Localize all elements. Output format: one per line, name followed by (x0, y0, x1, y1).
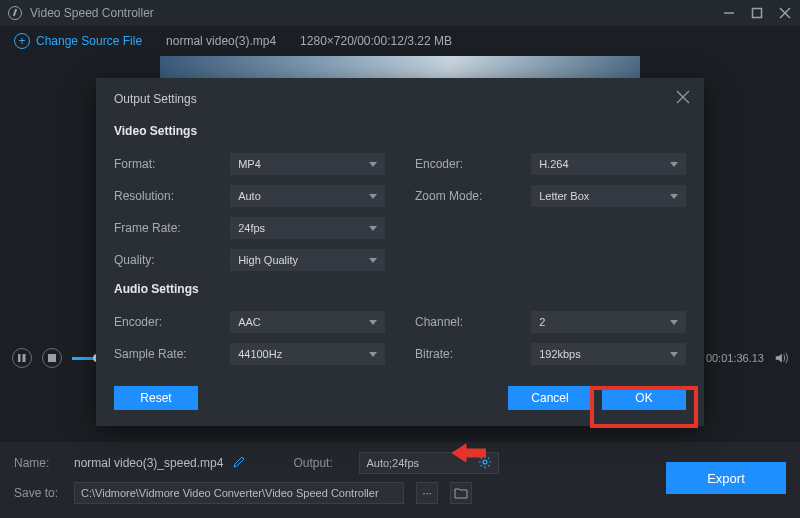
output-label: Output: (293, 456, 345, 470)
change-source-button[interactable]: + Change Source File (14, 33, 142, 49)
svg-rect-6 (48, 354, 56, 362)
maximize-button[interactable] (750, 6, 764, 20)
bitrate-select[interactable]: 192kbps (531, 343, 686, 365)
dialog-close-button[interactable] (676, 90, 690, 104)
app-logo-icon (8, 6, 22, 20)
playback-time: 00:01:36.13 (706, 352, 764, 364)
svg-rect-1 (753, 9, 762, 18)
audio-encoder-label: Encoder: (114, 315, 230, 329)
zoom-mode-select[interactable]: Letter Box (531, 185, 686, 207)
output-profile-value: Auto;24fps (366, 457, 478, 469)
reset-button[interactable]: Reset (114, 386, 198, 410)
output-name-value: normal video(3)_speed.mp4 (74, 456, 223, 470)
sample-rate-select[interactable]: 44100Hz (230, 343, 385, 365)
chevron-down-icon (670, 162, 678, 167)
channel-select[interactable]: 2 (531, 311, 686, 333)
play-pause-button[interactable] (12, 348, 32, 368)
export-button[interactable]: Export (666, 462, 786, 494)
audio-encoder-select[interactable]: AAC (230, 311, 385, 333)
source-file-info: 1280×720/00:00:12/3.22 MB (300, 34, 452, 48)
audio-settings-heading: Audio Settings (114, 282, 686, 296)
chevron-down-icon (369, 226, 377, 231)
video-encoder-label: Encoder: (415, 157, 531, 171)
chevron-down-icon (670, 352, 678, 357)
sample-rate-label: Sample Rate: (114, 347, 230, 361)
output-profile-field[interactable]: Auto;24fps (359, 452, 499, 474)
cancel-button[interactable]: Cancel (508, 386, 592, 410)
app-title: Video Speed Controller (30, 6, 722, 20)
format-label: Format: (114, 157, 230, 171)
saveto-label: Save to: (14, 486, 66, 500)
ok-button[interactable]: OK (602, 386, 686, 410)
chevron-down-icon (369, 194, 377, 199)
title-bar: Video Speed Controller (0, 0, 800, 26)
source-file-name: normal video(3).mp4 (166, 34, 276, 48)
resolution-select[interactable]: Auto (230, 185, 385, 207)
chevron-down-icon (670, 194, 678, 199)
chevron-down-icon (670, 320, 678, 325)
minimize-button[interactable] (722, 6, 736, 20)
bitrate-label: Bitrate: (415, 347, 531, 361)
saveto-value: C:\Vidmore\Vidmore Video Converter\Video… (81, 487, 397, 499)
change-source-label: Change Source File (36, 34, 142, 48)
browse-folder-button[interactable]: ··· (416, 482, 438, 504)
open-folder-button[interactable] (450, 482, 472, 504)
name-label: Name: (14, 456, 66, 470)
quality-label: Quality: (114, 253, 230, 267)
volume-icon[interactable] (774, 351, 788, 365)
saveto-field[interactable]: C:\Vidmore\Vidmore Video Converter\Video… (74, 482, 404, 504)
quality-select[interactable]: High Quality (230, 249, 385, 271)
frame-rate-select[interactable]: 24fps (230, 217, 385, 239)
source-bar: + Change Source File normal video(3).mp4… (0, 26, 800, 56)
frame-rate-label: Frame Rate: (114, 221, 230, 235)
close-window-button[interactable] (778, 6, 792, 20)
channel-label: Channel: (415, 315, 531, 329)
dialog-title: Output Settings (114, 92, 686, 106)
stop-button[interactable] (42, 348, 62, 368)
format-select[interactable]: MP4 (230, 153, 385, 175)
chevron-down-icon (369, 352, 377, 357)
output-settings-gear-icon[interactable] (478, 455, 492, 472)
edit-name-icon[interactable] (233, 456, 245, 471)
zoom-mode-label: Zoom Mode: (415, 189, 531, 203)
resolution-label: Resolution: (114, 189, 230, 203)
plus-circle-icon: + (14, 33, 30, 49)
chevron-down-icon (369, 162, 377, 167)
chevron-down-icon (369, 258, 377, 263)
video-settings-heading: Video Settings (114, 124, 686, 138)
video-encoder-select[interactable]: H.264 (531, 153, 686, 175)
svg-point-7 (483, 460, 487, 464)
output-settings-dialog: Output Settings Video Settings Format: M… (96, 78, 704, 426)
footer: Name: normal video(3)_speed.mp4 Output: … (0, 442, 800, 518)
chevron-down-icon (369, 320, 377, 325)
svg-rect-4 (18, 354, 20, 362)
svg-rect-5 (23, 354, 25, 362)
